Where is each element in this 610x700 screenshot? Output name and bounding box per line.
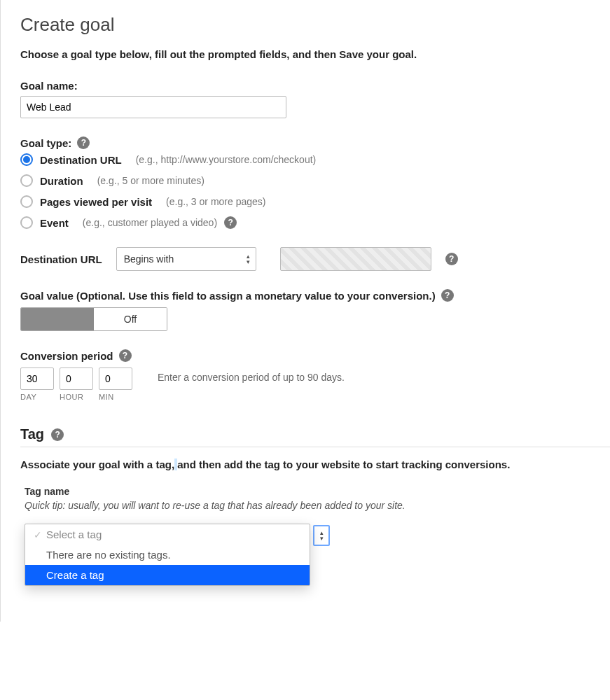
help-icon[interactable]: ? <box>77 136 90 149</box>
help-icon[interactable]: ? <box>441 289 454 302</box>
goal-value-label: Goal value (Optional. Use this field to … <box>20 290 436 302</box>
unit-label: MIN <box>99 393 114 401</box>
radio-hint: (e.g., customer played a video) <box>83 217 217 228</box>
match-type-select[interactable]: Begins with ▴▾ <box>116 247 256 271</box>
toggle-on-half <box>21 308 94 330</box>
radio-duration[interactable] <box>20 174 33 187</box>
intro-text: Choose a goal type below, fill out the p… <box>20 48 610 60</box>
help-icon[interactable]: ? <box>224 216 237 229</box>
period-min-input[interactable] <box>99 368 132 390</box>
match-type-value: Begins with <box>124 253 174 265</box>
radio-hint: (e.g., 3 or more pages) <box>166 196 265 207</box>
destination-url-label: Destination URL <box>20 253 102 265</box>
radio-label: Event <box>40 217 69 229</box>
goal-name-label: Goal name: <box>20 80 610 92</box>
tag-heading: Tag <box>20 426 44 442</box>
tag-select-dropdown[interactable]: ✓ Select a tag There are no existing tag… <box>25 524 310 586</box>
radio-hint: (e.g., http://www.yourstore.com/checkout… <box>136 154 317 165</box>
period-day-input[interactable] <box>20 368 54 390</box>
radio-label: Destination URL <box>40 154 122 166</box>
tag-option-create[interactable]: Create a tag <box>25 565 310 585</box>
radio-destination-url[interactable] <box>20 153 33 166</box>
radio-event[interactable] <box>20 216 33 229</box>
toggle-off-half: Off <box>94 308 167 330</box>
goal-value-toggle[interactable]: Off <box>20 307 167 331</box>
period-hour-input[interactable] <box>60 368 93 390</box>
radio-label: Duration <box>40 175 83 187</box>
help-icon[interactable]: ? <box>445 253 458 265</box>
chevron-updown-icon: ▴▾ <box>320 531 324 541</box>
goal-name-input[interactable] <box>20 96 286 118</box>
goal-type-label: Goal type: <box>20 137 71 149</box>
radio-pages-viewed[interactable] <box>20 195 33 208</box>
check-icon: ✓ <box>34 529 46 540</box>
radio-label: Pages viewed per visit <box>40 196 152 208</box>
tag-option-placeholder[interactable]: ✓ Select a tag <box>25 524 310 545</box>
unit-label: DAY <box>20 393 36 401</box>
tag-description: Associate your goal with a tag, and then… <box>20 458 610 470</box>
tag-tip: Quick tip: usually, you will want to re-… <box>25 500 610 511</box>
tag-option-empty: There are no existing tags. <box>25 545 310 565</box>
radio-hint: (e.g., 5 or more minutes) <box>97 175 205 186</box>
goal-type-radio-group: Destination URL (e.g., http://www.yourst… <box>20 153 610 229</box>
conversion-period-label: Conversion period <box>20 350 113 362</box>
destination-url-input[interactable] <box>280 247 431 271</box>
tag-name-label: Tag name <box>25 486 610 497</box>
unit-label: HOUR <box>60 393 83 401</box>
chevron-updown-icon: ▴▾ <box>247 254 250 265</box>
conversion-period-help: Enter a conversion period of up to 90 da… <box>158 368 345 383</box>
help-icon[interactable]: ? <box>51 428 64 441</box>
page-title: Create goal <box>20 14 610 36</box>
help-icon[interactable]: ? <box>119 349 132 362</box>
tag-select-handle[interactable]: ▴▾ <box>313 525 330 546</box>
